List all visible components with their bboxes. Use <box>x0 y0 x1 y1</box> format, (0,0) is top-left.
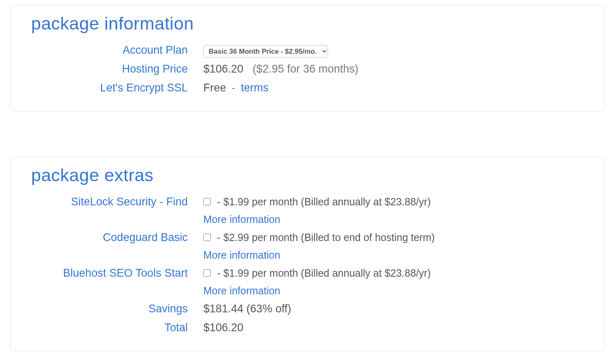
extra-codeguard-price: - $2.99 per month (Billed to end of host… <box>217 232 435 243</box>
ssl-row: Let's Encrypt SSL Free - terms <box>31 80 584 96</box>
extra-sitelock-more-info-link[interactable]: More information <box>203 212 584 227</box>
ssl-label: Let's Encrypt SSL <box>31 80 203 96</box>
ssl-free-text: Free <box>203 82 226 94</box>
ssl-separator: - <box>232 82 235 94</box>
extra-seo-price: - $1.99 per month (Billed annually at $2… <box>217 267 431 279</box>
ssl-terms-link[interactable]: terms <box>241 82 269 94</box>
account-plan-label: Account Plan <box>31 43 203 58</box>
total-value-cell: $106.20 <box>203 320 584 336</box>
extra-codeguard-more-info-link[interactable]: More information <box>203 248 584 262</box>
extra-sitelock-label: SiteLock Security - Find <box>31 194 203 210</box>
savings-label: Savings <box>31 301 203 317</box>
ssl-value: Free - terms <box>203 80 584 96</box>
extra-sitelock-value: - $1.99 per month (Billed annually at $2… <box>203 194 584 227</box>
total-row: Total $106.20 <box>31 320 584 336</box>
account-plan-value-cell: Basic 36 Month Price - $2.95/mo. <box>203 43 584 58</box>
package-extras-panel: package extras SiteLock Security - Find … <box>10 157 605 351</box>
total-label: Total <box>31 320 203 336</box>
extra-codeguard-checkbox[interactable] <box>203 234 211 241</box>
package-extras-title: package extras <box>31 165 584 185</box>
account-plan-row: Account Plan Basic 36 Month Price - $2.9… <box>31 43 584 58</box>
hosting-price-label: Hosting Price <box>31 61 203 77</box>
extra-codeguard-value: - $2.99 per month (Billed to end of host… <box>203 230 584 262</box>
hosting-price-row: Hosting Price $106.20 ($2.95 for 36 mont… <box>31 61 584 77</box>
extra-seo-value: - $1.99 per month (Billed annually at $2… <box>203 266 584 298</box>
extra-sitelock-row: SiteLock Security - Find - $1.99 per mon… <box>31 194 584 227</box>
extra-seo-row: Bluehost SEO Tools Start - $1.99 per mon… <box>31 266 584 298</box>
package-information-title: package information <box>31 14 584 34</box>
extra-sitelock-checkbox[interactable] <box>203 198 211 205</box>
extra-codeguard-row: Codeguard Basic - $2.99 per month (Bille… <box>31 230 584 262</box>
savings-value-cell: $181.44 (63% off) <box>203 301 584 317</box>
hosting-price-detail: ($2.95 for 36 months) <box>253 63 358 75</box>
extra-sitelock-price: - $1.99 per month (Billed annually at $2… <box>217 196 431 207</box>
savings-row: Savings $181.44 (63% off) <box>31 301 584 317</box>
account-plan-select[interactable]: Basic 36 Month Price - $2.95/mo. <box>203 45 328 58</box>
extra-seo-checkbox[interactable] <box>203 269 211 277</box>
hosting-price-amount: $106.20 <box>203 63 244 75</box>
savings-value: $181.44 (63% off) <box>203 303 291 315</box>
total-value: $106.20 <box>203 321 244 334</box>
package-information-panel: package information Account Plan Basic 3… <box>10 5 605 111</box>
extra-seo-label: Bluehost SEO Tools Start <box>31 266 203 281</box>
extra-seo-more-info-link[interactable]: More information <box>203 284 584 298</box>
hosting-price-value: $106.20 ($2.95 for 36 months) <box>203 61 584 77</box>
extra-codeguard-label: Codeguard Basic <box>31 230 203 246</box>
